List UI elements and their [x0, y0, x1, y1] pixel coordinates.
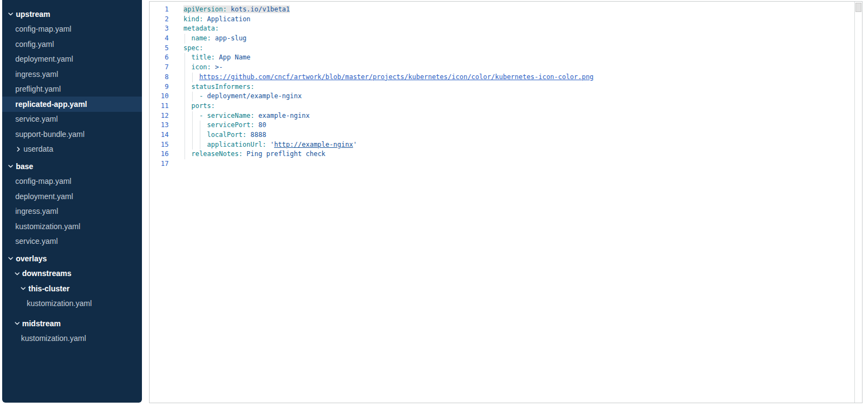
indent-guide	[185, 92, 185, 101]
tree-item-kustomization-yaml[interactable]: kustomization.yaml	[2, 296, 142, 312]
code-editor[interactable]: 1apiVersion: kots.io/v1beta12kind: Appli…	[150, 2, 854, 403]
line-number[interactable]: 10	[150, 92, 169, 101]
tree-item-upstream[interactable]: upstream	[2, 7, 142, 22]
tree-item-midstream[interactable]: midstream	[2, 316, 142, 331]
indent-guide	[185, 121, 185, 130]
file-label: kustomization.yaml	[27, 299, 92, 308]
code-line-content[interactable]: https://github.com/cncf/artwork/blob/mas…	[183, 73, 593, 82]
code-line[interactable]: 3metadata:	[150, 24, 854, 34]
code-line-content[interactable]: apiVersion: kots.io/v1beta1	[183, 5, 290, 15]
indent-guide	[192, 130, 193, 140]
code-line[interactable]: 2kind: Application	[150, 15, 854, 25]
code-line[interactable]: 8https://github.com/cncf/artwork/blob/ma…	[150, 73, 854, 82]
code-line[interactable]: 11ports:	[150, 101, 854, 111]
tree-item-kustomization-yaml[interactable]: kustomization.yaml	[2, 331, 142, 346]
code-line-content[interactable]: releaseNotes: Ping preflight check	[183, 149, 325, 159]
line-number[interactable]: 14	[150, 130, 169, 140]
code-line-content[interactable]: icon: >-	[183, 63, 223, 73]
code-line-content[interactable]: title: App Name	[183, 53, 251, 63]
tree-item-ingress-yaml[interactable]: ingress.yaml	[2, 67, 142, 82]
code-line[interactable]: 7icon: >-	[150, 63, 854, 73]
tree-item-kustomization-yaml[interactable]: kustomization.yaml	[2, 219, 142, 234]
tree-item-service-yaml[interactable]: service.yaml	[2, 234, 142, 249]
code-line-content[interactable]: spec:	[183, 44, 203, 53]
line-number[interactable]: 6	[150, 53, 169, 63]
tree-item-config-map-yaml[interactable]: config-map.yaml	[2, 174, 142, 189]
code-line[interactable]: 1apiVersion: kots.io/v1beta1	[150, 5, 854, 15]
line-number[interactable]: 11	[150, 101, 169, 111]
code-line[interactable]: 5spec:	[150, 44, 854, 53]
tree-item-ingress-yaml[interactable]: ingress.yaml	[2, 204, 142, 219]
indent-guide	[185, 34, 185, 44]
code-line-content[interactable]: metadata:	[183, 24, 219, 34]
code-line[interactable]: 4name: app-slug	[150, 34, 854, 44]
indent-guide	[192, 92, 193, 101]
code-line-content[interactable]: localPort: 8888	[183, 130, 266, 140]
line-number[interactable]: 7	[150, 63, 169, 73]
line-number[interactable]: 16	[150, 149, 169, 159]
code-line-content[interactable]: name: app-slug	[183, 34, 247, 44]
folder-label: this-cluster	[28, 284, 69, 293]
indent-guide	[185, 63, 185, 73]
chevron-down-icon	[14, 320, 20, 326]
tree-item-overlays[interactable]: overlays	[2, 251, 142, 266]
code-token: app-slug	[215, 34, 247, 42]
code-line[interactable]: 9statusInformers:	[150, 82, 854, 92]
code-line-content[interactable]: servicePort: 80	[183, 121, 266, 130]
code-line[interactable]: 12- serviceName: example-nginx	[150, 111, 854, 121]
code-text: metadata:	[183, 25, 219, 32]
code-line-content[interactable]: applicationUrl: 'http://example-nginx'	[183, 140, 357, 150]
file-label: config-map.yaml	[15, 177, 72, 185]
code-line-content[interactable]: statusInformers:	[183, 82, 254, 92]
line-number[interactable]: 12	[150, 111, 169, 121]
yaml-editor-pane[interactable]: 1apiVersion: kots.io/v1beta12kind: Appli…	[149, 1, 863, 403]
tree-item-preflight-yaml[interactable]: preflight.yaml	[2, 82, 142, 97]
tree-item-downstreams[interactable]: downstreams	[2, 266, 142, 282]
code-line[interactable]: 14localPort: 8888	[150, 130, 854, 140]
file-label: service.yaml	[15, 115, 58, 123]
code-line[interactable]: 13servicePort: 80	[150, 121, 854, 130]
scrollbar[interactable]	[854, 2, 862, 403]
file-label: kustomization.yaml	[15, 222, 80, 231]
line-number[interactable]: 5	[150, 44, 169, 53]
line-number[interactable]: 8	[150, 73, 169, 82]
code-line[interactable]: 10- deployment/example-nginx	[150, 92, 854, 101]
code-token: kots.io/v1beta1	[231, 5, 290, 13]
file-tree-sidebar[interactable]: upstreamconfig-map.yamlconfig.yamldeploy…	[2, 0, 142, 403]
line-number[interactable]: 9	[150, 82, 169, 92]
line-number[interactable]: 4	[150, 34, 169, 44]
line-number[interactable]: 3	[150, 24, 169, 34]
code-token: -	[199, 92, 207, 100]
indent-guide	[192, 111, 193, 121]
code-line-content[interactable]: ports:	[183, 101, 215, 111]
line-number[interactable]: 2	[150, 15, 169, 25]
file-label: deployment.yaml	[15, 55, 73, 63]
line-number[interactable]: 17	[150, 159, 169, 169]
code-line-content[interactable]: - deployment/example-nginx	[183, 92, 302, 101]
code-link[interactable]: http://example-nginx	[274, 141, 353, 148]
code-line[interactable]: 17	[150, 159, 854, 169]
line-number[interactable]: 1	[150, 5, 169, 15]
code-token: metadata:	[183, 25, 219, 32]
line-number[interactable]: 15	[150, 140, 169, 150]
code-line-content[interactable]: kind: Application	[183, 15, 251, 25]
code-line-content[interactable]: - serviceName: example-nginx	[183, 111, 310, 121]
tree-item-replicated-app-yaml[interactable]: replicated-app.yaml	[2, 97, 142, 112]
tree-item-config-map-yaml[interactable]: config-map.yaml	[2, 22, 142, 37]
tree-item-config-yaml[interactable]: config.yaml	[2, 37, 142, 52]
folder-label: userdata	[23, 145, 53, 153]
tree-item-userdata[interactable]: userdata	[2, 142, 142, 157]
line-number[interactable]: 13	[150, 121, 169, 130]
code-line[interactable]: 15applicationUrl: 'http://example-nginx'	[150, 140, 854, 150]
code-line[interactable]: 6title: App Name	[150, 53, 854, 63]
tree-item-base[interactable]: base	[2, 159, 142, 174]
tree-item-deployment-yaml[interactable]: deployment.yaml	[2, 52, 142, 67]
code-text: spec:	[183, 44, 203, 52]
tree-item-deployment-yaml[interactable]: deployment.yaml	[2, 189, 142, 204]
tree-item-this-cluster[interactable]: this-cluster	[2, 281, 142, 296]
code-token: -	[199, 112, 207, 119]
tree-item-service-yaml[interactable]: service.yaml	[2, 112, 142, 127]
code-line[interactable]: 16releaseNotes: Ping preflight check	[150, 149, 854, 159]
tree-item-support-bundle-yaml[interactable]: support-bundle.yaml	[2, 127, 142, 142]
code-link[interactable]: https://github.com/cncf/artwork/blob/mas…	[199, 73, 593, 81]
